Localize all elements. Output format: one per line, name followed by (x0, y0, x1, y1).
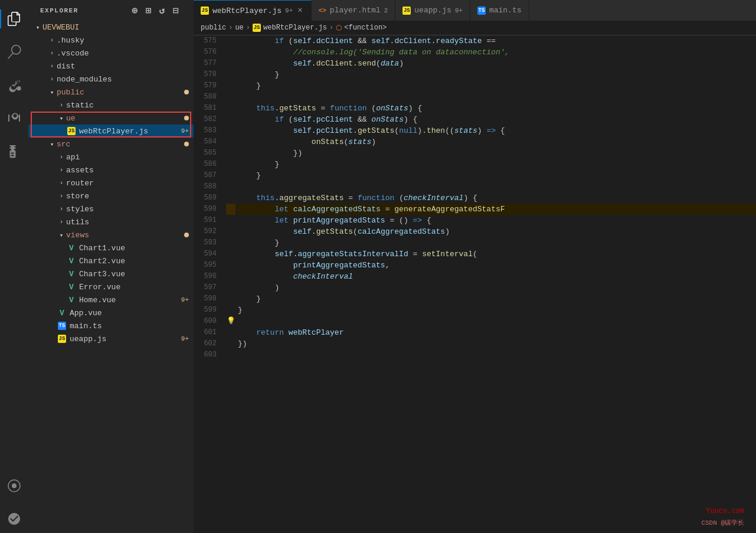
code-line-582: if (self.pcClient && onStats) { (238, 114, 756, 125)
home-icon: V (66, 296, 77, 305)
tree-item-chart2[interactable]: V Chart2.vue (28, 254, 194, 267)
new-file-icon[interactable]: ⊕ (129, 4, 140, 18)
tree-item-appvue[interactable]: V App.vue (28, 306, 194, 319)
tab-ueappjs-badge: 9+ (455, 7, 463, 14)
dist-label: dist (57, 62, 194, 71)
code-line-575: if (self.dcClient && self.dcClient.ready… (238, 35, 756, 47)
tree-item-styles[interactable]: › styles (28, 202, 194, 215)
code-editor[interactable]: 575 576 577 578 579 580 581 582 583 584 … (194, 35, 756, 533)
remote-explorer-activity-icon[interactable] (0, 472, 28, 500)
webrtcplayer-icon: JS (66, 127, 77, 135)
line-numbers: 575 576 577 578 579 580 581 582 583 584 … (194, 35, 226, 533)
assets-chevron: › (57, 166, 66, 174)
code-line-585: }) (238, 148, 756, 159)
appvue-label: App.vue (70, 309, 194, 318)
ueappjs-label: ueapp.js (70, 335, 181, 344)
tab-webrtcplayer-close[interactable]: × (296, 5, 303, 17)
ue-label: ue (66, 114, 184, 123)
run-debug-activity-icon[interactable] (0, 104, 28, 132)
ue-dot (184, 116, 189, 120)
tab-ueappjs-icon: JS (402, 6, 411, 15)
breadcrumb-ue[interactable]: ue (235, 24, 243, 32)
tree-item-views[interactable]: ▾ views (28, 228, 194, 241)
breadcrumb-icon-function: ⬡ (336, 24, 342, 32)
tree-item-router[interactable]: › router (28, 176, 194, 189)
error-icon: V (66, 283, 77, 292)
tree-item-maints[interactable]: TS main.ts (28, 319, 194, 332)
tab-webrtcplayer[interactable]: JS webRtcPlayer.js 9+ × (194, 0, 312, 21)
tree-item-utils[interactable]: › utils (28, 215, 194, 228)
svg-point-1 (12, 483, 17, 488)
store-chevron: › (57, 192, 66, 200)
tab-ueappjs-label: ueapp.js (414, 6, 451, 15)
new-folder-icon[interactable]: ⊞ (143, 4, 155, 18)
tree-root[interactable]: ▾ UEVWEBUI (28, 21, 194, 34)
tree-item-static[interactable]: › static (28, 99, 194, 112)
chart1-icon: V (66, 244, 77, 253)
webrtcplayer-label: webRtcPlayer.js (79, 127, 181, 136)
tree-item-store[interactable]: › store (28, 189, 194, 202)
file-tree: ▾ UEVWEBUI › .husky › .vscode › dist › n… (28, 21, 194, 533)
code-line-578: } (238, 69, 756, 80)
tree-item-dist[interactable]: › dist (28, 60, 194, 73)
code-line-595: printAggregatedStats, (238, 260, 756, 271)
tree-item-ueappjs[interactable]: JS ueapp.js 9+ (28, 332, 194, 345)
tree-item-chart1[interactable]: V Chart1.vue (28, 241, 194, 254)
tree-item-public[interactable]: ▾ public (28, 86, 194, 99)
code-line-580 (238, 91, 756, 103)
code-line-589: this.aggregateStats = function (checkInt… (238, 192, 756, 204)
tree-item-ue[interactable]: ▾ ue (28, 112, 194, 125)
lightbulb-icon[interactable]: 💡 (227, 316, 235, 327)
gutter: 💡 (226, 35, 235, 533)
tree-item-node-modules[interactable]: › node_modules (28, 73, 194, 86)
accounts-activity-icon[interactable] (0, 505, 28, 533)
code-line-594: self.aggregateStatsIntervalId = setInter… (238, 248, 756, 260)
ueappjs-icon: JS (57, 335, 67, 343)
tree-item-assets[interactable]: › assets (28, 164, 194, 176)
files-activity-icon[interactable] (0, 5, 28, 33)
tree-item-src[interactable]: ▾ src (28, 138, 194, 151)
error-label: Error.vue (79, 283, 194, 292)
collapse-all-icon[interactable]: ⊟ (171, 4, 182, 18)
activity-bar (0, 0, 28, 533)
appvue-icon: V (57, 309, 67, 318)
code-line-576: //console.log('Sending data on dataconne… (238, 47, 756, 58)
code-line-598: } (238, 293, 756, 305)
ue-chevron: ▾ (57, 115, 66, 122)
tab-playerhtml[interactable]: <> player.html 2 (312, 0, 396, 21)
public-label: public (57, 88, 184, 97)
source-control-activity-icon[interactable] (0, 71, 28, 99)
tree-item-vscode[interactable]: › .vscode (28, 47, 194, 60)
extensions-activity-icon[interactable] (0, 137, 28, 165)
tree-item-error[interactable]: V Error.vue (28, 280, 194, 293)
public-dot (184, 90, 189, 94)
tab-ueappjs[interactable]: JS ueapp.js 9+ (395, 0, 470, 21)
chart3-icon: V (66, 270, 77, 279)
webrtcplayer-badge: 9+ (181, 127, 189, 135)
refresh-icon[interactable]: ↺ (157, 4, 168, 18)
views-dot (184, 233, 189, 237)
tab-webrtcplayer-icon: JS (201, 6, 209, 15)
tab-maints[interactable]: TS main.ts (470, 0, 529, 21)
tree-item-home[interactable]: V Home.vue 9+ (28, 293, 194, 306)
search-activity-icon[interactable] (0, 38, 28, 66)
store-label: store (66, 192, 194, 201)
api-chevron: › (57, 153, 66, 161)
breadcrumb-public[interactable]: public (201, 24, 226, 32)
styles-label: styles (66, 205, 194, 214)
breadcrumb-function[interactable]: <function> (344, 24, 387, 32)
tree-item-api[interactable]: › api (28, 151, 194, 164)
tab-playerhtml-label: player.html (330, 6, 381, 15)
code-line-579: } (238, 80, 756, 91)
breadcrumb-webrtcplayer[interactable]: webRtcPlayer.js (263, 24, 327, 32)
tree-item-husky[interactable]: › .husky (28, 34, 194, 47)
code-line-597: ) (238, 282, 756, 293)
chart2-icon: V (66, 257, 77, 266)
utils-label: utils (66, 218, 194, 227)
home-badge: 9+ (181, 296, 189, 303)
tree-item-webrtcplayer[interactable]: JS webRtcPlayer.js 9+ (28, 125, 194, 138)
tree-item-chart3[interactable]: V Chart3.vue (28, 267, 194, 280)
utils-chevron: › (57, 218, 66, 225)
src-dot (184, 142, 189, 146)
tab-webrtcplayer-label: webRtcPlayer.js (212, 6, 282, 15)
